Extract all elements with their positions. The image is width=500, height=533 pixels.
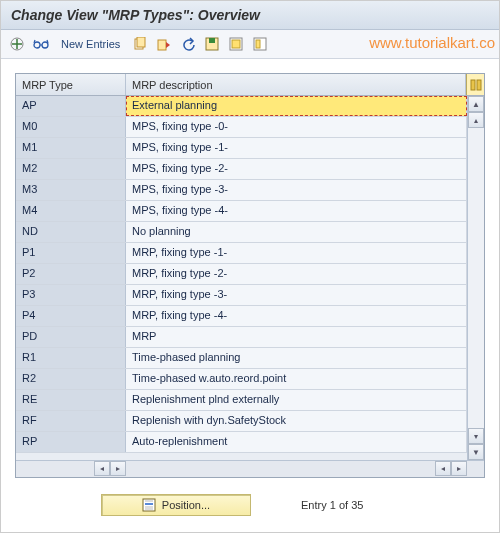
copy-as-icon[interactable]: [154, 34, 174, 54]
cell-mrp-type[interactable]: P3: [16, 285, 126, 305]
table-row[interactable]: M0MPS, fixing type -0-: [16, 117, 467, 138]
cell-mrp-description[interactable]: MRP, fixing type -4-: [126, 306, 467, 326]
scroll-track[interactable]: [468, 128, 484, 428]
position-icon: [142, 498, 156, 512]
cell-mrp-description[interactable]: MRP, fixing type -1-: [126, 243, 467, 263]
position-button[interactable]: Position...: [101, 494, 251, 516]
cell-mrp-description[interactable]: MPS, fixing type -4-: [126, 201, 467, 221]
cell-mrp-type[interactable]: M4: [16, 201, 126, 221]
cell-mrp-type[interactable]: P2: [16, 264, 126, 284]
position-label: Position...: [162, 499, 210, 511]
table-row[interactable]: PDMRP: [16, 327, 467, 348]
svg-rect-4: [137, 37, 145, 47]
table-header: MRP Type MRP description: [16, 74, 484, 96]
cell-mrp-description[interactable]: Auto-replenishment: [126, 432, 467, 452]
table-row[interactable]: P3MRP, fixing type -3-: [16, 285, 467, 306]
cell-mrp-type[interactable]: RP: [16, 432, 126, 452]
table-row[interactable]: APExternal planning: [16, 96, 467, 117]
hscroll-left-2[interactable]: ◂: [435, 461, 451, 476]
table-row[interactable]: M4MPS, fixing type -4-: [16, 201, 467, 222]
cell-mrp-type[interactable]: P1: [16, 243, 126, 263]
cell-mrp-description[interactable]: Replenish with dyn.SafetyStock: [126, 411, 467, 431]
configure-columns-icon[interactable]: [466, 74, 484, 95]
table-row[interactable]: P4MRP, fixing type -4-: [16, 306, 467, 327]
hscroll-right-2[interactable]: ▸: [451, 461, 467, 476]
copy-icon[interactable]: [130, 34, 150, 54]
cell-mrp-type[interactable]: M0: [16, 117, 126, 137]
cell-mrp-description[interactable]: Time-phased w.auto.reord.point: [126, 369, 467, 389]
svg-rect-15: [145, 503, 153, 505]
undo-icon[interactable]: [178, 34, 198, 54]
cell-mrp-type[interactable]: R1: [16, 348, 126, 368]
cell-mrp-description[interactable]: Time-phased planning: [126, 348, 467, 368]
col-header-mrp-type[interactable]: MRP Type: [16, 74, 126, 95]
hscroll-left-1[interactable]: ◂: [94, 461, 110, 476]
cell-mrp-type[interactable]: RE: [16, 390, 126, 410]
svg-rect-5: [158, 40, 166, 50]
cell-mrp-type[interactable]: M3: [16, 180, 126, 200]
vertical-scrollbar[interactable]: ▲ ▴ ▾ ▼: [467, 96, 484, 460]
window-title: Change View "MRP Types": Overview: [1, 1, 499, 30]
cell-mrp-description[interactable]: MPS, fixing type -3-: [126, 180, 467, 200]
table-row[interactable]: M3MPS, fixing type -3-: [16, 180, 467, 201]
cell-mrp-description[interactable]: MPS, fixing type -2-: [126, 159, 467, 179]
cell-mrp-description[interactable]: MPS, fixing type -0-: [126, 117, 467, 137]
scroll-up-step[interactable]: ▴: [468, 112, 484, 128]
hscroll-right-1[interactable]: ▸: [110, 461, 126, 476]
cell-mrp-type[interactable]: RF: [16, 411, 126, 431]
cell-mrp-type[interactable]: M1: [16, 138, 126, 158]
cell-mrp-description[interactable]: No planning: [126, 222, 467, 242]
scroll-down-button[interactable]: ▼: [468, 444, 484, 460]
entry-counter: Entry 1 of 35: [301, 499, 363, 511]
cell-mrp-type[interactable]: PD: [16, 327, 126, 347]
cell-mrp-description[interactable]: External planning: [126, 96, 467, 116]
svg-rect-13: [477, 80, 481, 90]
watermark-text: www.tutorialkart.co: [369, 34, 495, 51]
cell-mrp-description[interactable]: MPS, fixing type -1-: [126, 138, 467, 158]
svg-point-2: [42, 42, 48, 48]
cell-mrp-type[interactable]: M2: [16, 159, 126, 179]
table-row[interactable]: NDNo planning: [16, 222, 467, 243]
cell-mrp-description[interactable]: Replenishment plnd externally: [126, 390, 467, 410]
horizontal-scrollbar: ◂ ▸ ◂ ▸: [16, 460, 484, 477]
table-row[interactable]: P1MRP, fixing type -1-: [16, 243, 467, 264]
table-row[interactable]: P2MRP, fixing type -2-: [16, 264, 467, 285]
footer: Position... Entry 1 of 35: [1, 484, 499, 526]
scroll-down-step[interactable]: ▾: [468, 428, 484, 444]
col-header-mrp-description[interactable]: MRP description: [126, 74, 466, 95]
select-block-icon[interactable]: [250, 34, 270, 54]
cell-mrp-description[interactable]: MRP, fixing type -2-: [126, 264, 467, 284]
table-row[interactable]: RFReplenish with dyn.SafetyStock: [16, 411, 467, 432]
svg-point-1: [34, 42, 40, 48]
cell-mrp-description[interactable]: MRP, fixing type -3-: [126, 285, 467, 305]
glasses-icon[interactable]: [31, 34, 51, 54]
cell-mrp-type[interactable]: P4: [16, 306, 126, 326]
toolbar: New Entries www.tutorialkart.co: [1, 30, 499, 59]
svg-rect-9: [232, 40, 240, 48]
table-row[interactable]: R2Time-phased w.auto.reord.point: [16, 369, 467, 390]
cell-mrp-type[interactable]: R2: [16, 369, 126, 389]
save-icon[interactable]: [202, 34, 222, 54]
cell-mrp-type[interactable]: AP: [16, 96, 126, 116]
svg-rect-7: [209, 38, 215, 43]
table-row[interactable]: M1MPS, fixing type -1-: [16, 138, 467, 159]
table-row[interactable]: RPAuto-replenishment: [16, 432, 467, 453]
svg-rect-12: [471, 80, 475, 90]
svg-rect-11: [256, 40, 260, 48]
table-row[interactable]: REReplenishment plnd externally: [16, 390, 467, 411]
mrp-types-table: MRP Type MRP description APExternal plan…: [15, 73, 485, 478]
new-entries-link[interactable]: New Entries: [55, 38, 126, 50]
cell-mrp-type[interactable]: ND: [16, 222, 126, 242]
expand-all-icon[interactable]: [7, 34, 27, 54]
select-all-icon[interactable]: [226, 34, 246, 54]
cell-mrp-description[interactable]: MRP: [126, 327, 467, 347]
scroll-up-button[interactable]: ▲: [468, 96, 484, 112]
table-row[interactable]: M2MPS, fixing type -2-: [16, 159, 467, 180]
table-row[interactable]: R1Time-phased planning: [16, 348, 467, 369]
